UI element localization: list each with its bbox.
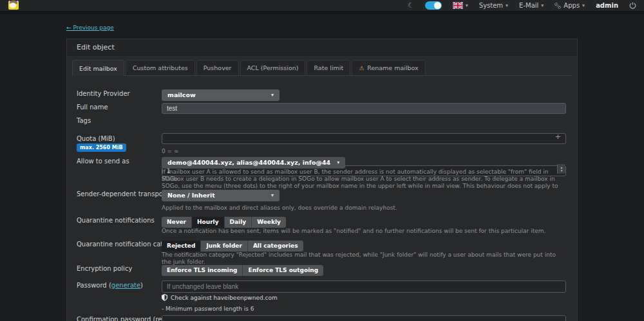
identity-provider-label: Identity Provider [77, 90, 130, 97]
password-min-hint: - Minimum password length is 6 [162, 306, 566, 313]
enforce-tls-outgoing-button[interactable]: Enforce TLS outgoing [243, 265, 323, 276]
category-junk-folder-button[interactable]: Junk folder [201, 241, 247, 252]
tab-edit-mailbox[interactable]: Edit mailbox [72, 60, 124, 76]
notify-hourly-button[interactable]: Hourly [192, 217, 225, 228]
generate-password-link[interactable]: generate [111, 282, 140, 289]
encryption-policy-label: Encryption policy [77, 265, 132, 272]
chevron-down-icon: ▾ [337, 160, 339, 165]
pwned-check-option[interactable]: Check against haveibeenpwned.com [162, 294, 566, 301]
chevron-down-icon: ▾ [506, 3, 508, 8]
category-all-button[interactable]: All categories [248, 241, 303, 252]
quarantine-notifications-help: Once a notification has been sent, items… [162, 228, 566, 235]
chevron-down-icon: ▾ [466, 3, 468, 8]
notify-daily-button[interactable]: Daily [225, 217, 252, 228]
logout-button[interactable] [629, 0, 636, 12]
chevron-down-icon: ▾ [271, 92, 274, 98]
edit-object-card: Edit object Edit mailbox Custom attribut… [66, 39, 578, 321]
quota-hint: 0 = ∞ [162, 148, 566, 155]
menu-apps[interactable]: Apps▾ [554, 2, 585, 9]
tab-rate-limit[interactable]: Rate limit [307, 60, 350, 75]
menu-system[interactable]: System▾ [479, 2, 508, 9]
encryption-policy-group: Enforce TLS incoming Enforce TLS outgoin… [162, 265, 323, 276]
cow-logo-icon [8, 0, 20, 10]
identity-provider-select[interactable]: mailcow ▾ [162, 89, 279, 101]
transports-select[interactable]: None / Inherit ▾ [162, 190, 279, 201]
quarantine-category-group: Rejected Junk folder All categories [162, 241, 303, 252]
notify-weekly-button[interactable]: Weekly [252, 217, 286, 228]
tab-custom-attributes[interactable]: Custom attributes [126, 60, 195, 75]
warning-icon: ⚠ [359, 65, 364, 71]
add-tag-icon[interactable]: + [555, 133, 561, 141]
transports-label: Sender-dependent transports [77, 190, 171, 197]
uk-flag-icon [453, 2, 463, 9]
navbar-menu: ☾ ▾ System▾ E-Mail▾ Apps▾ admin [408, 0, 636, 11]
allow-send-as-select[interactable]: demo@440044.xyz, alias@440044.xyz, info@… [162, 157, 345, 169]
mailbox-tabs: Edit mailbox Custom attributes Pushover … [72, 60, 572, 76]
shield-icon [162, 294, 167, 301]
link-icon [554, 3, 561, 9]
tab-pushover[interactable]: Pushover [196, 60, 239, 75]
menu-admin[interactable]: admin [596, 2, 618, 9]
tags-label: Tags [77, 117, 91, 124]
top-navbar: ☾ ▾ System▾ E-Mail▾ Apps▾ admin [0, 0, 644, 14]
quota-label: Quota (MiB) [77, 135, 115, 142]
chevron-down-icon: ▾ [541, 3, 544, 8]
chevron-down-icon: ▾ [271, 192, 274, 198]
tags-input[interactable] [162, 133, 566, 144]
quota-max-badge: max. 2560 MiB [77, 143, 126, 152]
toggle-knob [434, 2, 441, 9]
language-selector[interactable]: ▾ [453, 2, 468, 9]
menu-email[interactable]: E-Mail▾ [519, 2, 544, 9]
tab-acl-permission[interactable]: ACL (Permission) [240, 60, 306, 75]
full-name-input[interactable] [162, 103, 566, 114]
password-label: Password (generate) [77, 282, 143, 289]
allow-send-as-label: Allow to send as [77, 158, 129, 165]
password-input[interactable] [162, 280, 566, 293]
previous-page-link[interactable]: ← Previous page [66, 24, 114, 31]
dark-mode-toggle[interactable] [425, 1, 442, 10]
category-rejected-button[interactable]: Rejected [162, 241, 201, 252]
tab-rename-mailbox[interactable]: ⚠ Rename mailbox [352, 60, 426, 75]
mailcow-logo[interactable] [8, 0, 20, 12]
confirm-password-input[interactable] [162, 315, 566, 321]
card-title: Edit object [67, 39, 577, 55]
chevron-down-icon: ▾ [582, 3, 585, 8]
quarantine-notifications-group: Never Hourly Daily Weekly [162, 217, 286, 228]
notify-never-button[interactable]: Never [162, 217, 192, 228]
enforce-tls-incoming-button[interactable]: Enforce TLS incoming [162, 265, 243, 276]
quarantine-notifications-label: Quarantine notifications [77, 217, 155, 224]
power-icon [629, 2, 636, 9]
full-name-label: Full name [77, 104, 108, 111]
dark-mode-icon: ☾ [408, 1, 414, 10]
transports-help: Applied to the mailbox and direct aliase… [162, 205, 566, 212]
